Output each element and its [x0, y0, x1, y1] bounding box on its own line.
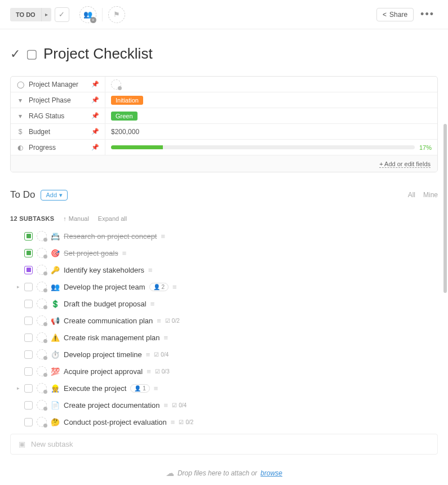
task-title[interactable]: Identify key stakeholders: [64, 266, 144, 274]
description-icon[interactable]: ≡: [171, 418, 175, 426]
assignees-button[interactable]: 👥 +: [79, 6, 96, 23]
task-row[interactable]: 📢Create communication plan≡0/2: [10, 312, 438, 329]
assignee-placeholder-icon[interactable]: [37, 349, 47, 359]
assignee-count-pill[interactable]: 👤1: [130, 384, 150, 393]
description-icon[interactable]: ≡: [122, 249, 127, 257]
task-row[interactable]: 🤔Conduct post-project evaluation≡0/2: [10, 413, 438, 430]
share-button[interactable]: < Share: [376, 8, 414, 21]
task-checkbox[interactable]: [24, 401, 33, 410]
description-icon[interactable]: ≡: [147, 367, 151, 376]
title-check-icon: ✓: [10, 47, 20, 61]
assignee-placeholder-icon[interactable]: [37, 299, 47, 309]
task-checkbox[interactable]: [24, 300, 33, 308]
task-title[interactable]: Acquire project approval: [64, 367, 143, 376]
task-title[interactable]: Set project goals: [64, 249, 118, 257]
task-row[interactable]: 📇Research on project concept≡: [10, 228, 438, 244]
add-subtask-button[interactable]: Add ▾: [41, 190, 68, 201]
checklist-progress[interactable]: 0/4: [154, 351, 168, 358]
task-row[interactable]: 📄Create project documentation≡0/4: [10, 397, 438, 413]
checklist-progress[interactable]: 0/4: [172, 402, 187, 408]
task-checkbox[interactable]: [24, 333, 33, 342]
new-subtask-input[interactable]: ▣ New subtask: [10, 434, 438, 455]
checklist-progress[interactable]: 0/3: [155, 368, 170, 375]
task-row[interactable]: ▸👥Develop the project team👤2≡: [10, 278, 438, 295]
description-icon[interactable]: ≡: [150, 300, 155, 308]
assignee-placeholder-icon[interactable]: [37, 417, 47, 427]
assignee-placeholder-icon[interactable]: [37, 400, 47, 410]
description-icon[interactable]: ≡: [164, 333, 168, 342]
pin-icon[interactable]: 📌: [91, 128, 99, 135]
expand-all-button[interactable]: Expand all: [98, 215, 127, 222]
assignee-placeholder-icon[interactable]: [37, 332, 47, 342]
description-icon[interactable]: ≡: [164, 401, 168, 410]
task-title[interactable]: Develop project timeline: [64, 350, 142, 359]
pin-icon[interactable]: 📌: [91, 96, 99, 104]
task-title[interactable]: Create risk management plan: [64, 333, 160, 342]
expand-caret-icon[interactable]: ▸: [16, 284, 20, 290]
assignee-count-pill[interactable]: 👤2: [149, 283, 169, 291]
description-icon[interactable]: ≡: [157, 317, 161, 325]
task-row[interactable]: ⏱️Develop project timeline≡0/4: [10, 346, 438, 363]
task-title[interactable]: Research on project concept: [64, 232, 157, 241]
description-icon[interactable]: ≡: [148, 266, 153, 274]
field-value-progress[interactable]: 17%: [105, 140, 437, 155]
attachment-dropzone[interactable]: ☁ Drop files here to attach or browse: [0, 461, 448, 485]
expand-caret-icon[interactable]: ▸: [16, 385, 20, 391]
description-icon[interactable]: ≡: [146, 350, 150, 359]
pin-icon[interactable]: 📌: [91, 144, 99, 151]
field-value-project-phase[interactable]: Initiation: [105, 92, 437, 108]
priority-button[interactable]: ⚑: [108, 6, 125, 23]
task-checkbox[interactable]: [24, 266, 33, 274]
assignee-placeholder-icon[interactable]: [37, 231, 47, 241]
task-checkbox[interactable]: [24, 283, 33, 291]
filter-all[interactable]: All: [408, 191, 415, 199]
task-title[interactable]: Develop the project team: [64, 283, 145, 291]
checklist-progress[interactable]: 0/2: [165, 318, 180, 324]
task-checkbox[interactable]: [24, 317, 33, 325]
assignee-placeholder-icon[interactable]: [37, 248, 47, 258]
description-icon[interactable]: ≡: [172, 283, 177, 291]
description-icon[interactable]: ≡: [161, 232, 165, 241]
subtask-meta: 12 SUBTASKS ↑ Manual Expand all: [0, 205, 448, 228]
task-title[interactable]: Conduct post-project evaluation: [64, 418, 167, 426]
page-title[interactable]: Project Checklist: [43, 45, 153, 63]
assignee-placeholder-icon[interactable]: [37, 315, 47, 326]
task-row[interactable]: ▸👷Execute the project👤1≡: [10, 380, 438, 397]
task-row[interactable]: 🔑Identify key stakeholders≡: [10, 261, 438, 278]
field-value-rag-status[interactable]: Green: [105, 108, 437, 123]
checklist-progress[interactable]: 0/2: [179, 419, 193, 425]
status-dropdown[interactable]: TO DO ▸: [10, 8, 51, 21]
assignee-placeholder-icon[interactable]: [37, 282, 47, 292]
task-emoji-icon: 💲: [51, 300, 60, 308]
filter-mine[interactable]: Mine: [423, 191, 438, 199]
task-row[interactable]: ⚠️Create risk management plan≡: [10, 329, 438, 346]
task-title[interactable]: Create communication plan: [64, 317, 153, 325]
description-icon[interactable]: ≡: [154, 384, 158, 393]
assignee-placeholder-icon[interactable]: [37, 366, 47, 376]
task-checkbox[interactable]: [24, 249, 33, 257]
field-value-project-manager[interactable]: [105, 77, 437, 92]
task-title[interactable]: Create project documentation: [64, 401, 160, 410]
scrollbar[interactable]: [443, 124, 447, 293]
field-value-budget[interactable]: $200,000: [105, 124, 437, 139]
task-row[interactable]: 💯Acquire project approval≡0/3: [10, 363, 438, 380]
assignee-placeholder-icon[interactable]: [37, 265, 47, 275]
budget-value: $200,000: [111, 128, 139, 136]
task-row[interactable]: 💲Draft the budget proposal≡: [10, 295, 438, 312]
sort-button[interactable]: ↑ Manual: [63, 215, 89, 222]
browse-link[interactable]: browse: [260, 469, 282, 477]
task-checkbox[interactable]: [24, 232, 33, 241]
pin-icon[interactable]: 📌: [91, 112, 99, 119]
task-checkbox[interactable]: [24, 350, 33, 359]
task-title[interactable]: Draft the budget proposal: [64, 300, 147, 308]
assignee-placeholder-icon[interactable]: [37, 383, 47, 393]
add-edit-fields-link[interactable]: + Add or edit fields: [379, 161, 431, 168]
complete-button[interactable]: ✓: [55, 7, 69, 22]
more-menu-button[interactable]: •••: [417, 8, 438, 20]
task-title[interactable]: Execute the project: [64, 384, 126, 393]
task-checkbox[interactable]: [24, 384, 33, 393]
task-row[interactable]: 🎯Set project goals≡: [10, 244, 438, 261]
pin-icon[interactable]: 📌: [91, 81, 99, 88]
task-checkbox[interactable]: [24, 367, 33, 376]
task-checkbox[interactable]: [24, 418, 33, 426]
